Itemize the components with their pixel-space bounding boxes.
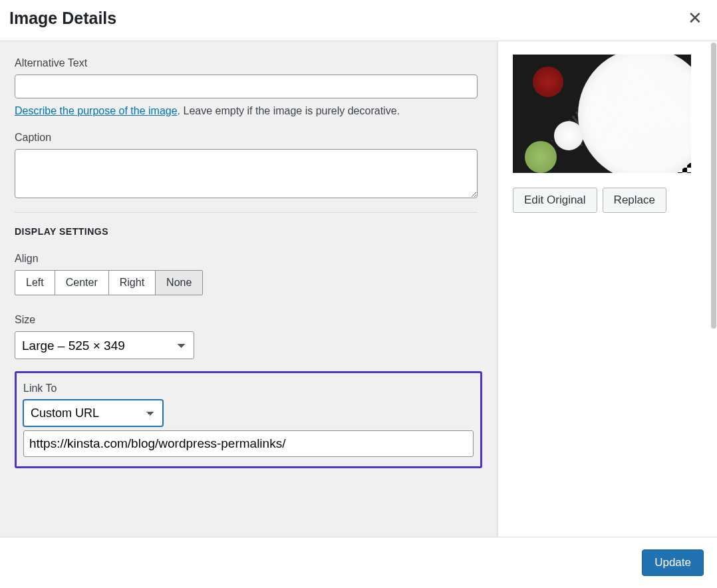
- image-preview: [513, 55, 691, 173]
- align-none-button[interactable]: None: [155, 270, 203, 295]
- edit-original-button[interactable]: Edit Original: [513, 188, 597, 213]
- link-url-input[interactable]: [23, 430, 474, 457]
- describe-purpose-link[interactable]: Describe the purpose of the image: [15, 105, 178, 116]
- display-settings-heading: DISPLAY SETTINGS: [15, 226, 482, 237]
- divider: [15, 212, 478, 213]
- alt-text-input[interactable]: [15, 74, 478, 98]
- align-right-button[interactable]: Right: [108, 270, 156, 295]
- close-button[interactable]: ✕: [685, 8, 705, 29]
- link-to-highlight: Link To Custom URL: [15, 371, 482, 468]
- replace-button[interactable]: Replace: [603, 188, 666, 213]
- alt-text-label: Alternative Text: [15, 57, 482, 69]
- align-center-button[interactable]: Center: [55, 270, 109, 295]
- alt-text-hint: Describe the purpose of the image. Leave…: [15, 105, 482, 117]
- align-button-group: Left Center Right None: [15, 270, 482, 295]
- link-to-select[interactable]: Custom URL: [23, 400, 163, 426]
- align-label: Align: [15, 253, 482, 265]
- modal-title: Image Details: [9, 9, 116, 28]
- close-icon: ✕: [688, 8, 702, 28]
- align-left-button[interactable]: Left: [15, 270, 55, 295]
- caption-textarea[interactable]: [15, 149, 478, 198]
- link-to-label: Link To: [23, 382, 474, 394]
- size-select[interactable]: Large – 525 × 349: [15, 331, 194, 359]
- size-label: Size: [15, 314, 482, 326]
- scrollbar[interactable]: [711, 43, 716, 329]
- update-button[interactable]: Update: [642, 549, 704, 576]
- caption-label: Caption: [15, 132, 482, 144]
